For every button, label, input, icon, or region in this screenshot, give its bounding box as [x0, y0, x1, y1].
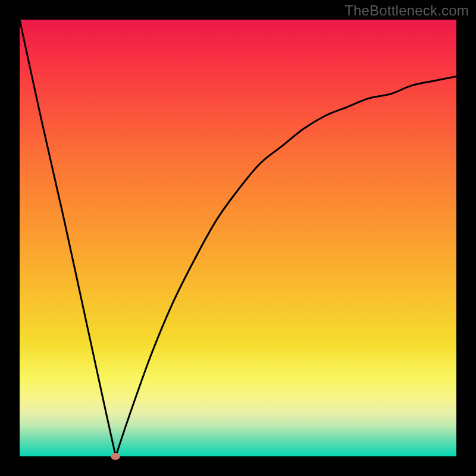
- bottleneck-chart: [20, 20, 456, 456]
- watermark: TheBottleneck.com: [345, 2, 469, 19]
- optimal-point-marker: [111, 453, 120, 460]
- bottleneck-curve: [20, 20, 456, 456]
